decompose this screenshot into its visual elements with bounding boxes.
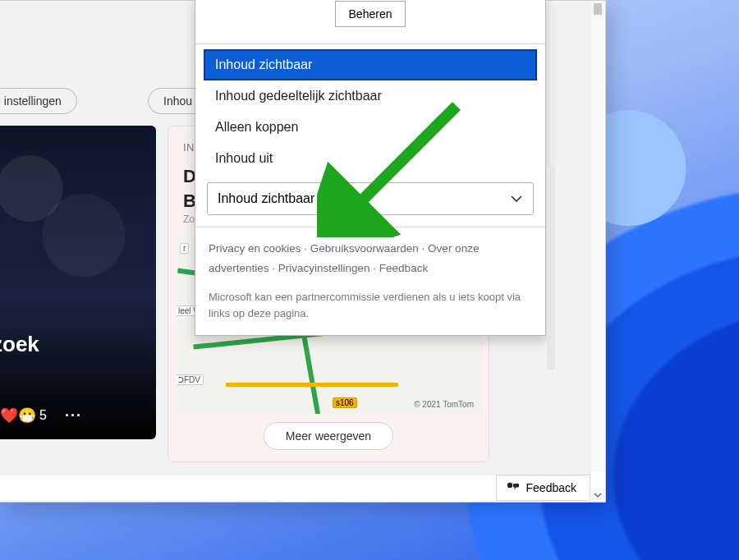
button-label: Beheren [349,7,392,21]
svg-point-1 [507,483,512,488]
content-visibility-popover: Beheren Inhoud zichtbaar Inhoud gedeelte… [195,0,546,336]
show-more-button[interactable]: Meer weergeven [264,422,393,450]
footer-disclaimer: Microsoft kan een partnercommissie verdi… [195,284,545,335]
scroll-down-button[interactable] [591,489,604,502]
image-overlay [0,126,156,439]
popover-scrollbar[interactable] [547,165,555,370]
map-label: r [180,243,189,254]
feedback-button[interactable]: Feedback [496,475,590,501]
option-label: Alleen koppen [215,120,298,134]
option-headlines-only[interactable]: Alleen koppen [204,112,537,143]
news-card-left[interactable]: zoek 😠❤️😷 5 ··· [0,126,156,439]
more-menu-icon[interactable]: ··· [65,407,82,425]
feedback-icon [507,482,520,493]
browser-window: nlijke instellingen Inhou zoek 😠❤️😷 5 ··… [0,0,606,503]
button-label: Meer weergeven [286,429,371,443]
button-label: Feedback [526,481,576,494]
scrollbar-track[interactable] [591,2,604,471]
chip-personal-settings[interactable]: nlijke instellingen [0,88,77,114]
option-label: Inhoud gedeeltelijk zichtbaar [215,89,382,103]
map-label: ƆFDV [177,374,204,385]
manage-button[interactable]: Beheren [335,1,406,27]
chevron-down-icon [594,491,602,499]
svg-rect-2 [513,484,519,488]
option-label: Inhoud uit [215,151,273,165]
map-label: s106 [333,397,357,408]
visibility-options-list: Inhoud zichtbaar Inhoud gedeeltelijk zic… [195,44,545,177]
selected-value: Inhoud zichtbaar [218,191,314,206]
reaction-count: 5 [39,408,47,423]
chevron-down-icon [510,192,523,205]
reaction-emojis: 😠❤️😷 [0,406,36,425]
option-content-off[interactable]: Inhoud uit [204,143,537,174]
chip-label: Inhou [163,94,192,108]
option-content-visible[interactable]: Inhoud zichtbaar [204,49,537,80]
footer-links[interactable]: Privacy en cookies · Gebruiksvoorwaarden… [195,227,545,284]
option-label: Inhoud zichtbaar [215,57,312,71]
reactions-bar[interactable]: 😠❤️😷 5 ··· [0,406,82,425]
scrollbar-thumb[interactable] [594,3,602,15]
map-attribution: © 2021 TomTom [414,400,474,409]
visibility-select[interactable]: Inhoud zichtbaar [207,182,534,215]
card-title: zoek [0,332,39,357]
chip-label: nlijke instellingen [0,94,62,108]
option-content-partial[interactable]: Inhoud gedeeltelijk zichtbaar [204,80,537,112]
